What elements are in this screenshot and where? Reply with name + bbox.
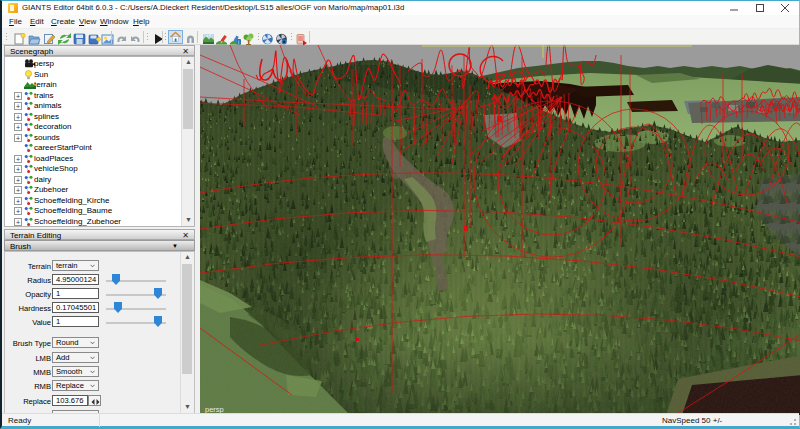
svg-text:i: i (238, 39, 239, 45)
